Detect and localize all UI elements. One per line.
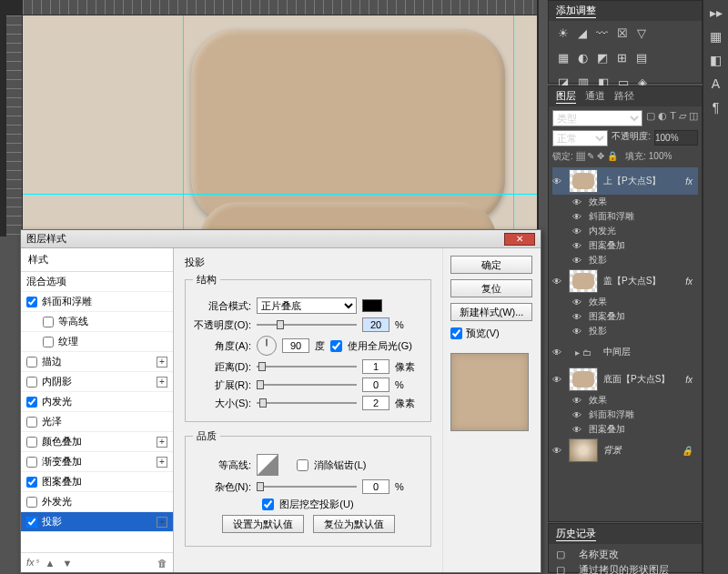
spread-input[interactable]: [362, 378, 389, 392]
add-effect-button[interactable]: +: [157, 377, 167, 388]
new-style-button[interactable]: 新建样式(W)...: [450, 303, 532, 321]
style-checkbox[interactable]: [26, 297, 37, 307]
fx-menu-icon[interactable]: fxˢ: [26, 557, 38, 569]
styles-icon[interactable]: ◧: [710, 53, 722, 67]
size-input[interactable]: [362, 396, 389, 410]
visibility-icon[interactable]: 👁: [552, 277, 563, 287]
style-checkbox[interactable]: [26, 357, 37, 368]
effect-item[interactable]: 投影: [589, 254, 607, 267]
effect-item[interactable]: 投影: [589, 325, 607, 337]
paragraph-icon[interactable]: ¶: [713, 100, 720, 115]
layer-name[interactable]: 中间层: [603, 346, 631, 358]
layer-filter-kind[interactable]: 类型: [552, 110, 642, 126]
brightness-icon[interactable]: ☀: [558, 26, 569, 40]
collapse-icon[interactable]: ▸▸: [710, 5, 723, 20]
folder-icon[interactable]: ▸ 🗀: [569, 340, 598, 364]
down-icon[interactable]: ▼: [62, 558, 72, 569]
layer-name[interactable]: 盖【P大点S】: [603, 275, 661, 287]
lock-trans-icon[interactable]: ▦: [576, 151, 585, 161]
add-effect-button[interactable]: +: [157, 357, 167, 368]
distance-input[interactable]: [362, 359, 389, 374]
style-row[interactable]: 光泽: [21, 412, 173, 432]
style-checkbox[interactable]: [26, 417, 37, 428]
lut-icon[interactable]: ▤: [636, 51, 647, 65]
visibility-icon[interactable]: 👁: [572, 212, 583, 222]
effect-item[interactable]: 图案叠加: [589, 423, 625, 436]
history-item[interactable]: ▢ 名称更改: [556, 547, 694, 562]
effects-label[interactable]: 效果: [589, 394, 607, 407]
layer-row[interactable]: 👁 背景 🔒: [552, 437, 698, 464]
fx-badge[interactable]: fx: [685, 375, 698, 385]
style-row[interactable]: 纹理: [21, 332, 173, 352]
add-effect-button[interactable]: +: [157, 457, 167, 468]
knockout-checkbox[interactable]: [262, 498, 274, 510]
effects-label[interactable]: 效果: [589, 296, 607, 308]
tab-paths[interactable]: 路径: [614, 89, 634, 104]
style-checkbox[interactable]: [43, 317, 54, 327]
up-icon[interactable]: ▲: [46, 558, 56, 569]
style-checkbox[interactable]: [26, 437, 37, 448]
guide-vertical[interactable]: [183, 15, 184, 238]
artwork-top-shape[interactable]: [191, 29, 505, 225]
effects-label[interactable]: 效果: [589, 196, 607, 208]
tab-history[interactable]: 历史记录: [556, 527, 596, 541]
effect-item[interactable]: 斜面和浮雕: [589, 408, 634, 421]
layer-name[interactable]: 底面【P大点S】: [603, 373, 670, 386]
reset-default-button[interactable]: 复位为默认值: [313, 515, 395, 533]
style-row[interactable]: 渐变叠加+: [21, 452, 173, 472]
preview-checkbox[interactable]: [450, 327, 462, 339]
shadow-color-swatch[interactable]: [362, 299, 382, 312]
style-row[interactable]: 外发光: [21, 492, 173, 512]
noise-slider[interactable]: [257, 480, 357, 493]
filter-adjust-icon[interactable]: ◐: [658, 110, 667, 126]
angle-input[interactable]: [282, 338, 309, 353]
guide-horizontal[interactable]: [23, 194, 537, 195]
curves-icon[interactable]: 〰: [596, 26, 608, 40]
bw-icon[interactable]: ◐: [578, 51, 588, 65]
spread-slider[interactable]: [257, 378, 357, 391]
global-light-checkbox[interactable]: [330, 340, 342, 352]
lock-pos-icon[interactable]: ✥: [597, 151, 604, 161]
cancel-button[interactable]: 复位: [450, 279, 532, 297]
styles-header[interactable]: 样式: [21, 248, 173, 272]
filter-smart-icon[interactable]: ◫: [689, 110, 698, 126]
exposure-icon[interactable]: ☒: [617, 26, 628, 40]
style-row[interactable]: 颜色叠加+: [21, 432, 173, 452]
lock-all-icon[interactable]: 🔒: [607, 151, 618, 161]
blend-mode-select[interactable]: 正片叠底: [257, 297, 357, 314]
make-default-button[interactable]: 设置为默认值: [222, 515, 304, 533]
noise-input[interactable]: [362, 479, 389, 494]
visibility-icon[interactable]: 👁: [572, 396, 583, 406]
filter-type-icon[interactable]: T: [670, 110, 676, 126]
fx-badge[interactable]: fx: [685, 277, 698, 287]
ok-button[interactable]: 确定: [450, 256, 532, 274]
layer-name[interactable]: 背景: [603, 444, 622, 457]
effect-item[interactable]: 图案叠加: [589, 239, 625, 252]
visibility-icon[interactable]: 👁: [572, 297, 583, 307]
photo-filter-icon[interactable]: ◩: [597, 51, 608, 65]
visibility-icon[interactable]: 👁: [552, 375, 563, 385]
add-effect-button[interactable]: +: [157, 437, 167, 448]
style-checkbox[interactable]: [26, 497, 37, 508]
layer-row[interactable]: 👁 盖【P大点S】 fx: [552, 267, 698, 295]
visibility-icon[interactable]: 👁: [572, 312, 583, 322]
ruler-horizontal[interactable]: [23, 0, 537, 15]
effect-item[interactable]: 内发光: [589, 225, 616, 237]
size-slider[interactable]: [257, 397, 357, 409]
layer-thumbnail[interactable]: [569, 269, 598, 293]
visibility-icon[interactable]: 👁: [572, 227, 583, 237]
layer-row[interactable]: 👁 ▸ 🗀 中间层: [552, 338, 698, 366]
style-row[interactable]: 斜面和浮雕: [21, 292, 173, 312]
guide-vertical[interactable]: [513, 15, 514, 238]
layer-thumbnail[interactable]: [569, 438, 598, 462]
dialog-titlebar[interactable]: 图层样式 ✕: [21, 230, 541, 248]
style-checkbox[interactable]: [26, 517, 37, 528]
tab-channels[interactable]: 通道: [585, 89, 605, 104]
layer-row[interactable]: 👁 底面【P大点S】 fx: [552, 366, 698, 393]
visibility-icon[interactable]: 👁: [572, 197, 583, 207]
ruler-vertical[interactable]: [6, 15, 23, 238]
style-checkbox[interactable]: [43, 337, 54, 347]
fx-badge[interactable]: fx: [685, 176, 698, 186]
character-icon[interactable]: A: [712, 76, 720, 91]
layer-thumbnail[interactable]: [569, 169, 598, 193]
